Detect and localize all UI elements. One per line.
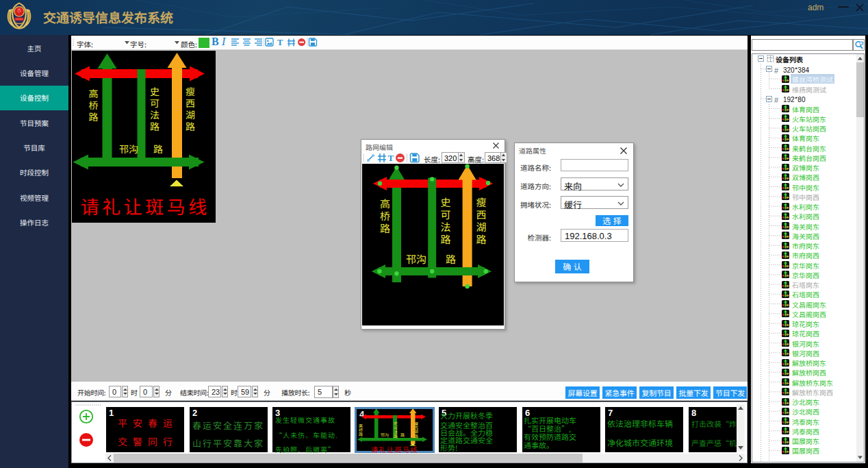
svg-text:T: T	[388, 153, 394, 163]
svg-text:瘦西湖路: 瘦西湖路	[413, 421, 420, 439]
svg-text:T: T	[277, 38, 283, 47]
svg-text:史可法路: 史可法路	[393, 421, 399, 439]
svg-text:路: 路	[400, 432, 405, 438]
svg-text:高桥路: 高桥路	[358, 423, 364, 436]
svg-text:邗沟: 邗沟	[381, 432, 389, 438]
svg-text:3: 3	[860, 40, 863, 45]
